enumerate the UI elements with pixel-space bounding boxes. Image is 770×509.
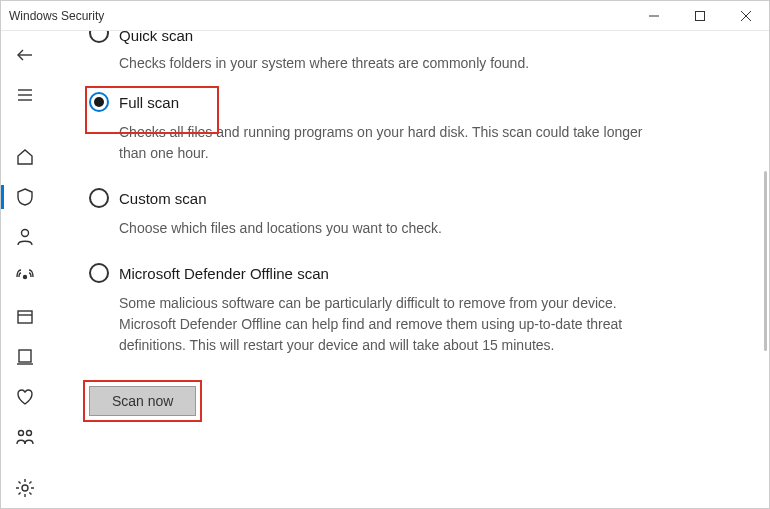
back-button[interactable] <box>1 35 49 75</box>
option-quick-scan[interactable]: Quick scan Checks folders in your system… <box>89 31 729 74</box>
close-icon <box>741 11 751 21</box>
offline-scan-title: Microsoft Defender Offline scan <box>119 265 329 282</box>
svg-rect-12 <box>19 350 31 362</box>
sidebar <box>1 31 49 508</box>
minimize-button[interactable] <box>631 1 677 31</box>
minimize-icon <box>649 11 659 21</box>
network-icon <box>15 267 35 287</box>
radio-quick-scan[interactable] <box>89 31 109 43</box>
svg-point-8 <box>22 230 29 237</box>
svg-point-14 <box>19 431 24 436</box>
full-scan-title: Full scan <box>119 94 179 111</box>
full-scan-desc: Checks all files and running programs on… <box>119 122 659 164</box>
scan-options-panel: Quick scan Checks folders in your system… <box>49 31 769 508</box>
scan-now-button[interactable]: Scan now <box>89 386 196 416</box>
maximize-icon <box>695 11 705 21</box>
sidebar-item-family[interactable] <box>1 417 49 457</box>
custom-scan-desc: Choose which files and locations you wan… <box>119 218 659 239</box>
back-arrow-icon <box>15 45 35 65</box>
titlebar: Windows Security <box>1 1 769 31</box>
window-controls <box>631 1 769 30</box>
gear-icon <box>15 478 35 498</box>
option-offline-scan[interactable]: Microsoft Defender Offline scan Some mal… <box>89 263 729 356</box>
svg-rect-10 <box>18 311 32 323</box>
scrollbar[interactable] <box>764 171 767 351</box>
device-icon <box>15 347 35 367</box>
window-title: Windows Security <box>9 9 631 23</box>
sidebar-item-home[interactable] <box>1 137 49 177</box>
sidebar-item-firewall[interactable] <box>1 257 49 297</box>
svg-rect-1 <box>696 12 705 21</box>
shield-icon <box>15 187 35 207</box>
quick-scan-title: Quick scan <box>119 31 193 44</box>
radio-custom-scan[interactable] <box>89 188 109 208</box>
option-full-scan[interactable]: Full scan Checks all files and running p… <box>89 92 729 164</box>
sidebar-item-virus-protection[interactable] <box>1 177 49 217</box>
svg-point-15 <box>27 431 32 436</box>
sidebar-item-settings[interactable] <box>1 468 49 508</box>
sidebar-item-device-performance[interactable] <box>1 377 49 417</box>
offline-scan-desc: Some malicious software can be particula… <box>119 293 659 356</box>
maximize-button[interactable] <box>677 1 723 31</box>
hamburger-icon <box>15 85 35 105</box>
svg-point-16 <box>22 485 28 491</box>
sidebar-item-app-browser[interactable] <box>1 297 49 337</box>
home-icon <box>15 147 35 167</box>
close-button[interactable] <box>723 1 769 31</box>
radio-full-scan[interactable] <box>89 92 109 112</box>
sidebar-item-device-security[interactable] <box>1 337 49 377</box>
svg-point-9 <box>24 276 27 279</box>
sidebar-item-account[interactable] <box>1 217 49 257</box>
hamburger-menu[interactable] <box>1 75 49 115</box>
option-custom-scan[interactable]: Custom scan Choose which files and locat… <box>89 188 729 239</box>
quick-scan-desc: Checks folders in your system where thre… <box>119 53 659 74</box>
family-icon <box>15 427 35 447</box>
heart-icon <box>15 387 35 407</box>
custom-scan-title: Custom scan <box>119 190 207 207</box>
app-control-icon <box>15 307 35 327</box>
radio-offline-scan[interactable] <box>89 263 109 283</box>
person-icon <box>15 227 35 247</box>
